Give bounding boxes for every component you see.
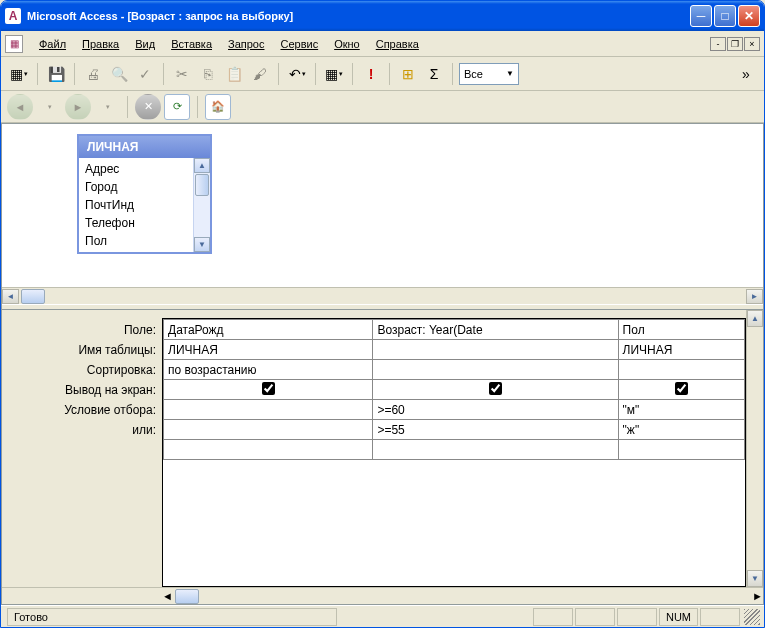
scroll-up-button[interactable]: ▲ (194, 158, 210, 173)
mdi-restore-button[interactable]: ❐ (727, 37, 743, 51)
titlebar[interactable]: A Microsoft Access - [Возраст : запрос н… (1, 1, 764, 31)
show-checkbox[interactable] (675, 382, 688, 395)
cell-criteria[interactable]: "м" (618, 400, 744, 420)
nav-back-drop[interactable]: ▾ (36, 94, 62, 120)
cell-show[interactable] (618, 380, 744, 400)
toolbar-overflow-button[interactable]: » (734, 62, 758, 86)
cell-table[interactable]: ЛИЧНАЯ (618, 340, 744, 360)
scroll-right-button[interactable]: ► (752, 590, 763, 602)
field-item[interactable]: Адрес (79, 160, 193, 178)
field-item[interactable]: Город (79, 178, 193, 196)
minimize-button[interactable]: ─ (690, 5, 712, 27)
totals-button[interactable]: Σ (422, 62, 446, 86)
field-list-scrollbar[interactable]: ▲ ▼ (193, 158, 210, 252)
diagram-pane[interactable]: ЛИЧНАЯ Адрес Город ПочтИнд Телефон Пол ▲… (2, 124, 763, 304)
scroll-track[interactable] (194, 197, 210, 237)
cell-or[interactable] (164, 420, 373, 440)
cell-or[interactable]: >=55 (373, 420, 618, 440)
scroll-right-button[interactable]: ► (746, 289, 763, 304)
menu-edit[interactable]: Правка (74, 35, 127, 53)
view-button[interactable]: ▦▾ (7, 62, 31, 86)
separator (37, 63, 38, 85)
cell-blank[interactable] (373, 440, 618, 460)
show-checkbox[interactable] (262, 382, 275, 395)
scroll-left-button[interactable]: ◄ (162, 590, 173, 602)
menu-window[interactable]: Окно (326, 35, 368, 53)
table-box-lichnaya[interactable]: ЛИЧНАЯ Адрес Город ПочтИнд Телефон Пол ▲… (77, 134, 212, 254)
menu-insert[interactable]: Вставка (163, 35, 220, 53)
nav-fwd-drop[interactable]: ▾ (94, 94, 120, 120)
design-grid[interactable]: ДатаРожд Возраст: Year(Date Пол ЛИЧНАЯ Л… (162, 318, 746, 587)
cell-blank[interactable] (164, 440, 373, 460)
scroll-thumb[interactable] (195, 174, 209, 196)
close-button[interactable]: ✕ (738, 5, 760, 27)
statusbar: Готово NUM (1, 605, 764, 627)
nav-refresh-button[interactable]: ⟳ (164, 94, 190, 120)
cell-field[interactable]: ДатаРожд (164, 320, 373, 340)
scroll-down-button[interactable]: ▼ (194, 237, 210, 252)
show-checkbox[interactable] (489, 382, 502, 395)
scroll-track[interactable] (747, 327, 763, 570)
mdi-close-button[interactable]: × (744, 37, 760, 51)
control-menu-icon[interactable]: ▦ (5, 35, 23, 53)
scroll-thumb[interactable] (21, 289, 45, 304)
scroll-left-button[interactable]: ◄ (2, 289, 19, 304)
format-painter-button[interactable]: 🖌 (248, 62, 272, 86)
nav-forward-button[interactable]: ► (65, 94, 91, 120)
cell-field[interactable]: Возраст: Year(Date (373, 320, 618, 340)
paste-button[interactable]: 📋 (222, 62, 246, 86)
cell-sort[interactable] (373, 360, 618, 380)
cell-criteria[interactable] (164, 400, 373, 420)
label-or: или: (2, 420, 162, 440)
cell-or[interactable]: "ж" (618, 420, 744, 440)
diagram-hscrollbar[interactable]: ◄ ► (2, 287, 763, 304)
field-item[interactable]: ПочтИнд (79, 196, 193, 214)
save-button[interactable]: 💾 (44, 62, 68, 86)
undo-button[interactable]: ↶▾ (285, 62, 309, 86)
menu-view[interactable]: Вид (127, 35, 163, 53)
menu-tools[interactable]: Сервис (272, 35, 326, 53)
mdi-minimize-button[interactable]: - (710, 37, 726, 51)
table-title[interactable]: ЛИЧНАЯ (79, 136, 210, 158)
web-toolbar: ◄ ▾ ► ▾ ✕ ⟳ 🏠 (1, 91, 764, 123)
resize-grip[interactable] (744, 609, 760, 625)
nav-back-button[interactable]: ◄ (7, 94, 33, 120)
grid-vscrollbar[interactable]: ▲ ▼ (746, 310, 763, 587)
cell-blank[interactable] (618, 440, 744, 460)
window-title: Microsoft Access - [Возраст : запрос на … (27, 10, 690, 22)
maximize-button[interactable]: □ (714, 5, 736, 27)
copy-button[interactable]: ⎘ (196, 62, 220, 86)
field-item[interactable]: Телефон (79, 214, 193, 232)
cell-table[interactable] (373, 340, 618, 360)
scroll-down-button[interactable]: ▼ (747, 570, 763, 587)
cell-sort[interactable] (618, 360, 744, 380)
menu-file[interactable]: Файл (31, 35, 74, 53)
cell-show[interactable] (164, 380, 373, 400)
field-list[interactable]: Адрес Город ПочтИнд Телефон Пол (79, 158, 193, 252)
spelling-button[interactable]: ✓ (133, 62, 157, 86)
separator (389, 63, 390, 85)
cell-table[interactable]: ЛИЧНАЯ (164, 340, 373, 360)
menu-help[interactable]: Справка (368, 35, 427, 53)
run-button[interactable]: ! (359, 62, 383, 86)
scroll-thumb[interactable] (175, 589, 199, 604)
grid-hscrollbar[interactable]: ◄ ► (2, 587, 763, 604)
nav-stop-button[interactable]: ✕ (135, 94, 161, 120)
top-values-combo[interactable]: Все ▼ (459, 63, 519, 85)
query-type-button[interactable]: ▦▾ (322, 62, 346, 86)
field-item[interactable]: Пол (79, 232, 193, 250)
nav-home-button[interactable]: 🏠 (205, 94, 231, 120)
print-button[interactable]: 🖨 (81, 62, 105, 86)
status-cell (617, 608, 657, 626)
separator (197, 96, 198, 118)
cell-show[interactable] (373, 380, 618, 400)
scroll-up-button[interactable]: ▲ (747, 310, 763, 327)
menu-query[interactable]: Запрос (220, 35, 272, 53)
separator (74, 63, 75, 85)
cut-button[interactable]: ✂ (170, 62, 194, 86)
cell-criteria[interactable]: >=60 (373, 400, 618, 420)
cell-field[interactable]: Пол (618, 320, 744, 340)
print-preview-button[interactable]: 🔍 (107, 62, 131, 86)
show-table-button[interactable]: ⊞ (396, 62, 420, 86)
cell-sort[interactable]: по возрастанию (164, 360, 373, 380)
